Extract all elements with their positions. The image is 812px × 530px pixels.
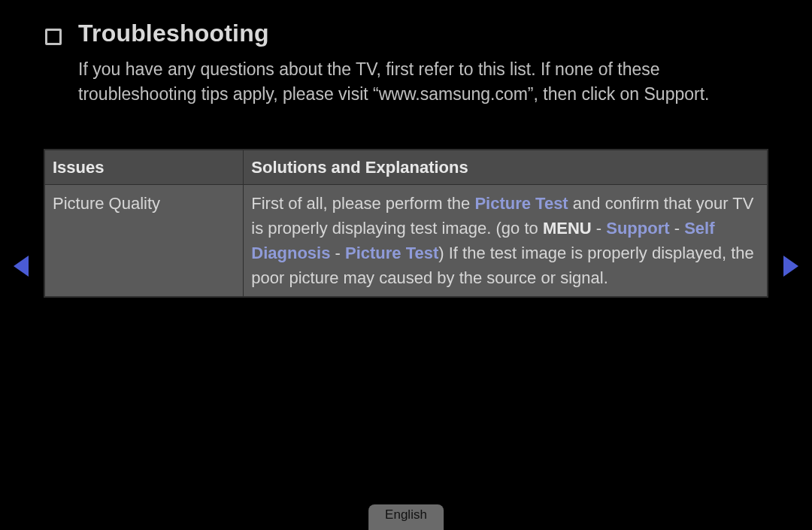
solution-text: - xyxy=(670,219,685,238)
solution-text: - xyxy=(330,244,345,262)
cell-solution: First of all, please perform the Picture… xyxy=(244,185,768,297)
header-solutions: Solutions and Explanations xyxy=(244,150,768,185)
prev-page-arrow[interactable] xyxy=(14,256,29,277)
cell-issue: Picture Quality xyxy=(45,185,244,297)
heading-row: Troubleshooting xyxy=(45,20,269,47)
table-row: Picture Quality First of all, please per… xyxy=(45,185,768,297)
page-title: Troubleshooting xyxy=(78,20,269,47)
troubleshooting-table: Issues Solutions and Explanations Pictur… xyxy=(44,149,768,298)
header-issues: Issues xyxy=(45,150,244,185)
next-page-arrow[interactable] xyxy=(783,256,798,277)
highlight-picture-test: Picture Test xyxy=(474,194,568,213)
highlight-picture-test-2: Picture Test xyxy=(345,244,438,262)
bold-menu: MENU xyxy=(543,219,592,238)
bookmark-icon xyxy=(45,29,62,45)
highlight-support: Support xyxy=(606,219,669,238)
solution-text: - xyxy=(592,219,607,238)
intro-paragraph: If you have any questions about the TV, … xyxy=(78,57,732,108)
language-indicator[interactable]: English xyxy=(368,504,444,530)
solution-text: First of all, please perform the xyxy=(251,194,474,213)
